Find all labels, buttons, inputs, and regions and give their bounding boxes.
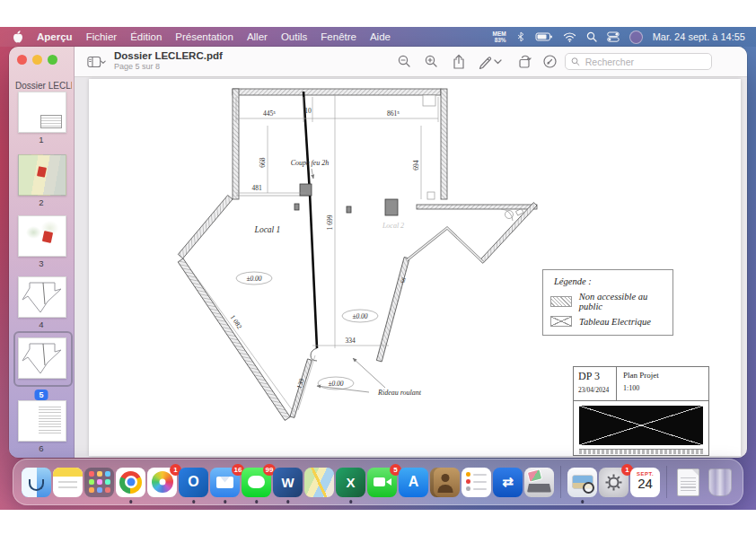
wifi-icon[interactable] <box>563 31 576 42</box>
messages-icon <box>248 476 265 488</box>
title-block-footer <box>579 449 703 454</box>
dock-item-appstore[interactable]: A <box>399 468 428 497</box>
search-input[interactable] <box>584 56 706 68</box>
minimize-window-button[interactable] <box>32 55 42 65</box>
appstore-icon: A <box>409 474 419 490</box>
page-thumbnail-2[interactable] <box>18 154 66 196</box>
battery-icon[interactable] <box>535 31 553 42</box>
partition-wall <box>407 228 483 262</box>
dock-item-notes[interactable] <box>53 468 83 497</box>
dock-item-mail[interactable]: 16 <box>210 468 240 497</box>
thumbnail-sidebar: Dossier LECLE... 1 2 3 4 5 6 <box>9 47 75 458</box>
page-number-label: 2 <box>9 197 74 207</box>
dock-item-system-preferences[interactable]: 1 <box>599 468 629 497</box>
dock-item-image-capture[interactable] <box>524 468 554 497</box>
page-number-label: 6 <box>9 443 74 453</box>
memory-monitor[interactable]: MEM 83% <box>492 31 505 43</box>
dock-item-maps[interactable] <box>304 468 334 497</box>
dock-item-chrome[interactable] <box>116 468 145 497</box>
search-icon <box>571 57 580 66</box>
page-thumbnail-5-selected[interactable] <box>18 337 66 379</box>
facetime-icon <box>374 477 385 486</box>
dock-item-reminders[interactable] <box>462 468 491 497</box>
menu-aide[interactable]: Aide <box>370 31 391 42</box>
zoom-out-button[interactable] <box>394 53 414 70</box>
menu-bar-clock[interactable]: Mar. 24 sept. à 14:55 <box>653 31 745 42</box>
dock: 1 O 16 99 W X 5 A ⇄ 1 SEPT. 24 <box>13 459 743 505</box>
plan-labels: Coupe feu 2h Local 1 Local 2 Rideau roul… <box>254 159 422 397</box>
menu-aller[interactable]: Aller <box>247 31 268 42</box>
menu-outils[interactable]: Outils <box>281 31 307 42</box>
share-button[interactable] <box>449 53 469 70</box>
markup-chevron-button[interactable] <box>491 53 504 70</box>
dock-item-messages[interactable]: 99 <box>242 468 271 497</box>
dock-item-word[interactable]: W <box>273 468 303 497</box>
leader-lines <box>312 169 385 392</box>
zoom-window-button[interactable] <box>48 55 57 65</box>
page-thumbnail-4[interactable] <box>18 276 66 318</box>
menu-edition[interactable]: Édition <box>130 31 162 42</box>
word-icon: W <box>281 475 294 490</box>
zoom-in-button[interactable] <box>421 53 441 70</box>
trash-icon <box>708 468 732 496</box>
page-thumbnail-3[interactable] <box>18 215 66 257</box>
page-thumbnail-6[interactable] <box>18 400 66 442</box>
form-preview <box>40 115 62 128</box>
teamviewer-icon: ⇄ <box>502 474 514 490</box>
search-field[interactable] <box>565 53 712 70</box>
bluetooth-icon[interactable] <box>516 31 525 43</box>
menu-presentation[interactable]: Présentation <box>175 31 233 42</box>
redacted-block <box>579 406 703 445</box>
close-window-button[interactable] <box>17 55 27 65</box>
running-indicator <box>255 500 259 503</box>
window-toolbar: Dossier LECLERC.pdf Page 5 sur 8 <box>75 47 747 77</box>
chrome-icon <box>119 471 142 494</box>
rotate-button[interactable] <box>514 53 534 70</box>
mail-icon <box>216 477 233 488</box>
apple-menu-icon[interactable] <box>13 31 23 43</box>
fire-wall-line <box>303 92 317 348</box>
page-thumbnail-1[interactable] <box>18 92 66 133</box>
dock-item-preview-active[interactable] <box>567 468 597 497</box>
menu-fenetre[interactable]: Fenêtre <box>321 31 356 42</box>
xbox-swatch <box>550 316 572 327</box>
active-app-menu[interactable]: Aperçu <box>37 31 73 42</box>
legend-title: Légende : <box>554 276 672 286</box>
title-block: DP 3 23/04/2024 Plan Projet 1:100 <box>573 366 709 456</box>
user-menu-icon[interactable] <box>629 31 643 44</box>
dock-item-calendar[interactable]: SEPT. 24 <box>630 468 660 497</box>
dock-item-launchpad[interactable] <box>84 468 114 497</box>
photos-icon <box>152 471 173 493</box>
spotlight-search-icon[interactable] <box>586 31 597 42</box>
dock-item-facetime[interactable]: 5 <box>367 468 397 497</box>
dock-item-trash[interactable] <box>705 468 734 497</box>
launchpad-icon <box>89 471 110 493</box>
legend-item-label: Non accessible au public <box>579 292 672 311</box>
svg-text:Local 1: Local 1 <box>254 225 281 234</box>
plan-legend: Légende : Non accessible au public Table… <box>542 269 673 336</box>
outlook-icon: O <box>188 474 198 490</box>
dock-item-document[interactable] <box>673 468 703 497</box>
control-center-icon[interactable] <box>607 31 620 42</box>
dimension-lines <box>191 94 438 412</box>
map-highlight <box>42 231 53 243</box>
dock-item-photos[interactable]: 1 <box>147 468 177 497</box>
dock-item-finder[interactable] <box>22 468 51 497</box>
dock-item-teamviewer[interactable]: ⇄ <box>493 468 523 497</box>
dock-item-outlook[interactable]: O <box>179 468 208 497</box>
sidebar-toggle-button[interactable] <box>87 53 107 70</box>
magnifier-icon <box>583 482 594 494</box>
dock-separator <box>666 466 667 498</box>
running-indicator <box>349 500 353 503</box>
dock-item-excel[interactable]: X <box>336 468 365 497</box>
map-highlight <box>37 166 47 178</box>
dock-separator <box>560 466 561 498</box>
menu-fichier[interactable]: Fichier <box>86 31 118 42</box>
svg-text:±0.00: ±0.00 <box>246 275 261 283</box>
fill-sign-button[interactable] <box>540 53 559 70</box>
pdf-page: 445⁵ 10 861⁵ 668 694 481 1 699 1 082 139… <box>89 79 741 456</box>
excel-icon: X <box>346 475 355 490</box>
svg-text:1 082: 1 082 <box>229 313 244 330</box>
drawing-date: 23/04/2024 <box>578 386 616 394</box>
dock-item-contacts[interactable] <box>430 468 460 497</box>
